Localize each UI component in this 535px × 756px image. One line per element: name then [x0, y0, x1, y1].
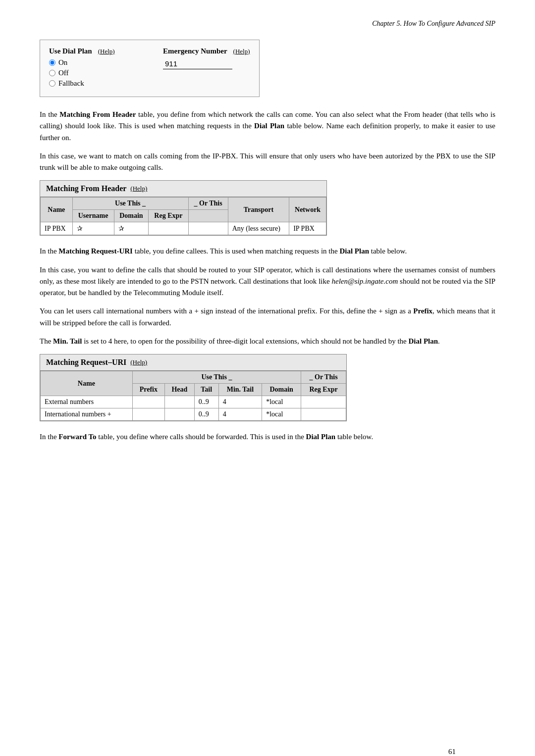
matching-request-uri-help[interactable]: (Help) — [130, 358, 147, 366]
col-reg-expr: Reg Expr — [149, 210, 188, 222]
matching-from-header-wrapper: Matching From Header (Help) Name Use Thi… — [40, 180, 327, 236]
use-dial-plan-help[interactable]: (Help) — [98, 48, 115, 55]
row-name-ext: External numbers — [41, 396, 133, 408]
matching-from-header-label: Matching From Header — [46, 184, 126, 193]
row-reg-expr — [149, 222, 188, 235]
col-use-this-uri: Use This _ — [132, 371, 301, 384]
row-or-this — [188, 222, 228, 235]
row-transport: Any (less secure) — [228, 222, 289, 235]
row-tail-ext: 0..9 — [194, 396, 218, 408]
matching-from-header-table: Name Use This _ _ Or This Transport Netw… — [40, 197, 326, 235]
col-reg-expr-uri: Reg Expr — [301, 384, 346, 396]
table-row: IP PBX ✰ ✰ Any (less secure) IP PBX — [41, 222, 326, 235]
row-domain: ✰ — [114, 222, 149, 235]
emergency-number-label: Emergency Number — [163, 47, 227, 55]
paragraph2: In this case, we want to match on calls … — [40, 151, 495, 174]
radio-off-label: Off — [58, 69, 69, 77]
paragraph5: You can let users call international num… — [40, 305, 495, 329]
row-domain-ext: *local — [262, 396, 301, 408]
row-network: IP PBX — [289, 222, 326, 235]
matching-request-uri-table: Name Use This _ _ Or This Prefix Head Ta… — [40, 371, 346, 421]
col-head: Head — [164, 384, 194, 396]
matching-from-header-help[interactable]: (Help) — [130, 185, 147, 193]
radio-fallback-label: Fallback — [58, 79, 84, 88]
radio-group: On Off Fallback — [49, 58, 148, 88]
paragraph4: In this case, you want to define the cal… — [40, 264, 495, 299]
use-dial-plan-label: Use Dial Plan — [49, 47, 92, 55]
col-name-uri: Name — [41, 371, 133, 396]
col-prefix: Prefix — [132, 384, 164, 396]
col-name: Name — [41, 198, 73, 222]
col-or-this: _ Or This — [188, 198, 228, 210]
row-name: IP PBX — [41, 222, 73, 235]
matching-request-uri-label: Matching Request–URI — [46, 358, 126, 367]
col-transport: Transport — [228, 198, 289, 222]
emergency-help[interactable]: (Help) — [233, 48, 250, 55]
row-domain-intl: *local — [262, 408, 301, 421]
col-or-this-empty — [188, 210, 228, 222]
row-head-ext — [164, 396, 194, 408]
table-row: External numbers 0..9 4 *local — [41, 396, 346, 408]
radio-on-label: On — [58, 58, 67, 67]
matching-request-uri-wrapper: Matching Request–URI (Help) Name Use Thi… — [40, 354, 347, 421]
row-head-intl — [164, 408, 194, 421]
paragraph1: In the Matching From Header table, you d… — [40, 109, 495, 144]
matching-request-uri-title: Matching Request–URI (Help) — [40, 354, 346, 371]
emergency-number-input[interactable] — [163, 58, 232, 69]
paragraph6: The Min. Tail is set to 4 here, to open … — [40, 336, 495, 347]
col-or-this-uri: _ Or This — [301, 371, 346, 384]
radio-on[interactable] — [49, 59, 55, 66]
table-row: International numbers + 0..9 4 *local — [41, 408, 346, 421]
paragraph7: In the Forward To table, you define wher… — [40, 431, 495, 443]
matching-from-header-title: Matching From Header (Help) — [40, 181, 326, 197]
col-username: Username — [72, 210, 114, 222]
page-number: 61 — [448, 748, 456, 756]
col-use-this: Use This _ — [72, 198, 188, 210]
row-min-tail-intl: 4 — [218, 408, 262, 421]
radio-off[interactable] — [49, 70, 55, 76]
row-prefix-intl — [132, 408, 164, 421]
chapter-header: Chapter 5. How To Configure Advanced SIP — [40, 20, 495, 28]
paragraph3: In the Matching Request-URI table, you d… — [40, 246, 495, 257]
col-tail: Tail — [194, 384, 218, 396]
col-min-tail: Min. Tail — [218, 384, 262, 396]
row-reg-expr-ext — [301, 396, 346, 408]
row-username: ✰ — [72, 222, 114, 235]
dial-plan-box: Use Dial Plan (Help) On Off Fallback — [40, 40, 260, 97]
row-tail-intl: 0..9 — [194, 408, 218, 421]
radio-fallback[interactable] — [49, 80, 55, 87]
row-reg-expr-intl — [301, 408, 346, 421]
row-min-tail-ext: 4 — [218, 396, 262, 408]
col-domain: Domain — [114, 210, 149, 222]
row-name-intl: International numbers + — [41, 408, 133, 421]
col-domain-uri: Domain — [262, 384, 301, 396]
row-prefix-ext — [132, 396, 164, 408]
col-network: Network — [289, 198, 326, 222]
